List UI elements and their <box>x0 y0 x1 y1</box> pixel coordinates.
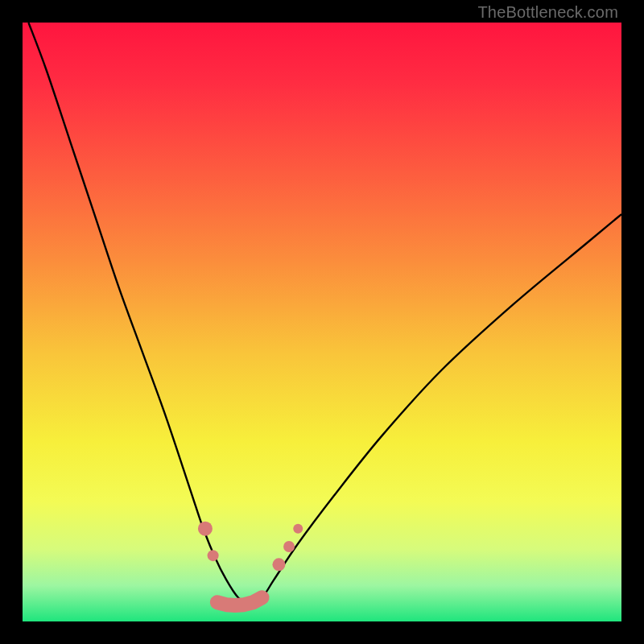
curve-marker <box>293 524 303 534</box>
curve-marker <box>198 522 213 536</box>
plot-area <box>23 23 621 621</box>
bottom-marker-band <box>217 597 262 605</box>
curve-marker <box>283 541 295 552</box>
curve-layer <box>23 23 621 621</box>
chart-frame: TheBottleneck.com <box>0 0 644 644</box>
curve-markers <box>198 522 303 572</box>
curve-marker <box>208 550 219 561</box>
bottleneck-curve <box>28 23 621 604</box>
curve-marker <box>272 558 285 571</box>
watermark-text: TheBottleneck.com <box>477 3 618 22</box>
